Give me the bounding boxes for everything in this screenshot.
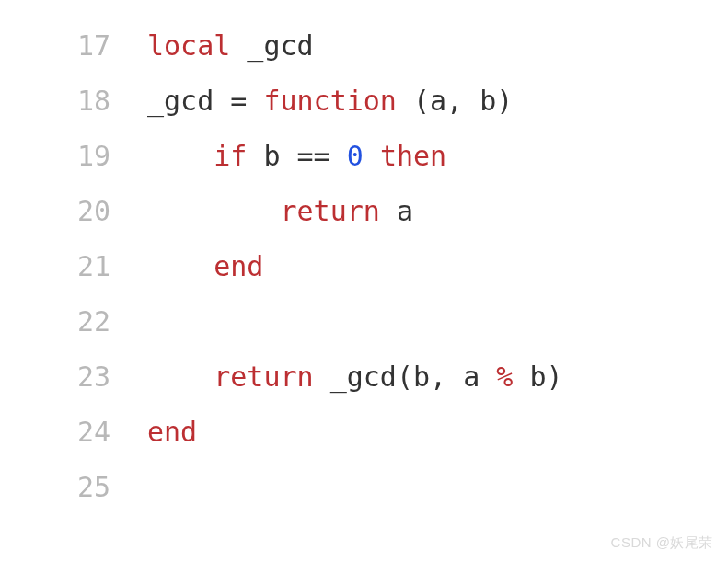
line-number: 17	[0, 18, 147, 74]
token-keyword: end	[214, 250, 263, 282]
token-operator: ==	[297, 140, 347, 172]
token-identifier: _gcd(b, a	[314, 361, 497, 393]
line-number: 25	[0, 460, 147, 515]
line-number: 18	[0, 74, 147, 129]
code-content: local _gcd	[147, 18, 314, 74]
code-line: 17 local _gcd	[0, 18, 728, 74]
code-content: return _gcd(b, a % b)	[147, 349, 563, 405]
token-identifier: _gcd	[147, 85, 230, 117]
code-line: 24 end	[0, 405, 728, 460]
line-number: 19	[0, 129, 147, 184]
token-indent	[147, 140, 214, 172]
code-content: end	[147, 405, 197, 460]
token-keyword: local	[147, 29, 230, 62]
token-number: 0	[347, 140, 364, 172]
token-keyword: return	[281, 195, 380, 227]
code-content: return a	[147, 184, 413, 239]
line-number: 21	[0, 239, 147, 294]
token-identifier: (a, b)	[397, 85, 513, 117]
token-keyword: then	[380, 140, 446, 172]
code-line: 21 end	[0, 239, 728, 294]
watermark: CSDN @妖尾荣	[611, 534, 713, 552]
line-number: 20	[0, 184, 147, 239]
code-line: 20 return a	[0, 184, 728, 239]
token-identifier: b)	[513, 361, 562, 393]
token-keyword: function	[263, 85, 397, 117]
token-operator: %	[496, 361, 513, 393]
code-line: 25	[0, 460, 728, 515]
token-indent	[147, 250, 214, 282]
code-content: if b == 0 then	[147, 129, 446, 184]
line-number: 23	[0, 349, 147, 405]
token-keyword: return	[214, 361, 313, 393]
token-identifier: a	[380, 195, 413, 227]
token-keyword: if	[214, 140, 247, 172]
token-keyword: end	[147, 416, 197, 448]
code-content: _gcd = function (a, b)	[147, 74, 513, 129]
token-indent	[147, 195, 281, 227]
token-identifier: b	[247, 140, 296, 172]
line-number: 24	[0, 405, 147, 460]
code-line: 22	[0, 294, 728, 349]
line-number: 22	[0, 294, 147, 349]
code-content: end	[147, 239, 263, 294]
code-block: 17 local _gcd 18 _gcd = function (a, b) …	[0, 0, 728, 533]
token-identifier: _gcd	[230, 29, 313, 62]
code-line: 23 return _gcd(b, a % b)	[0, 349, 728, 405]
code-line: 18 _gcd = function (a, b)	[0, 74, 728, 129]
token-operator: =	[230, 85, 263, 117]
code-line: 19 if b == 0 then	[0, 129, 728, 184]
token-space	[364, 140, 380, 172]
token-indent	[147, 361, 214, 393]
